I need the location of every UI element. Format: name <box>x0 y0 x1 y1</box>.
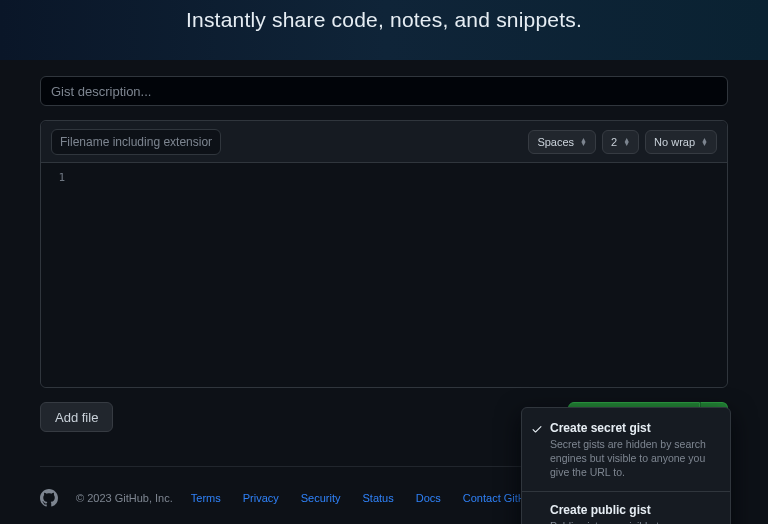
dropdown-secret-desc: Secret gists are hidden by search engine… <box>550 437 718 480</box>
dropdown-option-public[interactable]: Create public gist Public gists are visi… <box>522 496 730 524</box>
select-arrows-icon: ▲▼ <box>623 138 630 146</box>
indent-size-label: 2 <box>611 136 617 148</box>
dropdown-separator <box>522 491 730 492</box>
select-arrows-icon: ▲▼ <box>701 138 708 146</box>
code-textarea[interactable] <box>75 163 727 387</box>
gist-form: Spaces ▲▼ 2 ▲▼ No wrap ▲▼ 1 Add file <box>0 60 768 467</box>
file-header: Spaces ▲▼ 2 ▲▼ No wrap ▲▼ <box>41 121 727 163</box>
footer-link-terms[interactable]: Terms <box>191 492 221 504</box>
add-file-button[interactable]: Add file <box>40 402 113 432</box>
dropdown-secret-title: Create secret gist <box>550 421 718 435</box>
editor-settings: Spaces ▲▼ 2 ▲▼ No wrap ▲▼ <box>528 130 717 154</box>
footer-link-security[interactable]: Security <box>301 492 341 504</box>
footer-link-status[interactable]: Status <box>363 492 394 504</box>
gist-description-input[interactable] <box>40 76 728 106</box>
footer-link-privacy[interactable]: Privacy <box>243 492 279 504</box>
check-icon <box>531 423 543 435</box>
footer-link-docs[interactable]: Docs <box>416 492 441 504</box>
indent-mode-select[interactable]: Spaces ▲▼ <box>528 130 596 154</box>
filename-input[interactable] <box>51 129 221 155</box>
code-editor: 1 <box>41 163 727 387</box>
github-logo-icon <box>40 489 58 507</box>
line-gutter: 1 <box>41 163 75 387</box>
wrap-mode-label: No wrap <box>654 136 695 148</box>
line-number: 1 <box>41 171 65 184</box>
create-gist-dropdown: Create secret gist Secret gists are hidd… <box>521 407 731 524</box>
add-file-label: Add file <box>55 410 98 425</box>
indent-mode-label: Spaces <box>537 136 574 148</box>
dropdown-public-desc: Public gists are visible to everyone. <box>550 519 718 524</box>
select-arrows-icon: ▲▼ <box>580 138 587 146</box>
dropdown-public-title: Create public gist <box>550 503 718 517</box>
wrap-mode-select[interactable]: No wrap ▲▼ <box>645 130 717 154</box>
file-box: Spaces ▲▼ 2 ▲▼ No wrap ▲▼ 1 <box>40 120 728 388</box>
hero-title: Instantly share code, notes, and snippet… <box>186 8 582 32</box>
dropdown-option-secret[interactable]: Create secret gist Secret gists are hidd… <box>522 414 730 487</box>
indent-size-select[interactable]: 2 ▲▼ <box>602 130 639 154</box>
footer-copyright: © 2023 GitHub, Inc. <box>76 492 173 504</box>
hero-banner: Instantly share code, notes, and snippet… <box>0 0 768 60</box>
